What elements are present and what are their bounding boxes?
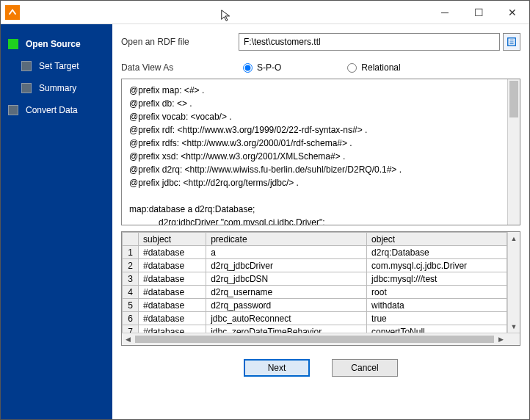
table-cell[interactable]: #database (139, 259, 206, 272)
table-cell[interactable]: com.mysql.cj.jdbc.Driver (367, 259, 507, 272)
table-cell[interactable]: #database (139, 312, 206, 325)
scroll-left-icon[interactable]: ◀ (122, 333, 134, 345)
radio-relational[interactable]: Relational (347, 62, 400, 73)
open-file-label: Open an RDF file (121, 37, 239, 47)
table-cell[interactable]: #database (139, 246, 206, 259)
radio-relational-input[interactable] (347, 63, 357, 73)
table-header-subject[interactable]: subject (139, 233, 206, 246)
titlebar: ─ ☐ ✕ (1, 1, 529, 24)
table-row[interactable]: 3#databased2rq_jdbcDSNjdbc:mysql:///test (123, 272, 507, 286)
table-horizontal-scrollbar[interactable]: ◀ ▶ (122, 333, 520, 345)
radio-spo-label: S-P-O (257, 62, 281, 73)
table-cell[interactable]: true (367, 312, 507, 325)
sidebar-item-convert-data[interactable]: Convert Data (1, 99, 112, 121)
rdf-text-area[interactable]: @prefix map: <#> . @prefix db: <> . @pre… (121, 79, 520, 225)
sidebar-item-label: Summary (39, 83, 76, 93)
table-row[interactable]: 2#databased2rq_jdbcDrivercom.mysql.cj.jd… (123, 259, 507, 272)
sidebar-item-open-source[interactable]: Open Source (1, 33, 112, 55)
close-button[interactable]: ✕ (495, 1, 529, 24)
table-cell[interactable]: d2rq:Database (367, 246, 507, 259)
data-view-label: Data View As (121, 62, 239, 73)
sidebar-item-set-target[interactable]: Set Target (1, 55, 112, 77)
table-cell[interactable]: #database (139, 272, 206, 286)
file-open-icon (507, 37, 517, 47)
table-header-object[interactable]: object (367, 233, 507, 246)
table-cell[interactable]: d2rq_password (206, 299, 367, 312)
table-header-corner[interactable] (123, 233, 139, 246)
table-cell[interactable]: 4 (123, 286, 139, 299)
radio-relational-label: Relational (361, 62, 400, 73)
radio-spo-input[interactable] (243, 63, 253, 73)
sidebar-item-summary[interactable]: Summary (1, 77, 112, 99)
app-icon (5, 5, 20, 20)
table-cell[interactable]: withdata (367, 299, 507, 312)
table-cell[interactable]: root (367, 286, 507, 299)
step-indicator-icon (8, 105, 18, 115)
step-indicator-icon (21, 61, 32, 71)
rdf-text-content: @prefix map: <#> . @prefix db: <> . @pre… (122, 79, 520, 225)
sidebar-item-label: Convert Data (26, 105, 78, 115)
data-table: subject predicate object 1#databasead2rq… (121, 231, 520, 346)
table-cell[interactable]: jdbc_autoReconnect (206, 312, 367, 325)
minimize-button[interactable]: ─ (428, 1, 462, 24)
table-row[interactable]: 1#databasead2rq:Database (123, 246, 507, 259)
table-header-predicate[interactable]: predicate (206, 233, 367, 246)
table-cell[interactable]: #database (139, 286, 206, 299)
table-row[interactable]: 6#databasejdbc_autoReconnecttrue (123, 312, 507, 325)
maximize-button[interactable]: ☐ (462, 1, 495, 24)
table-row[interactable]: 4#databased2rq_usernameroot (123, 286, 507, 299)
sidebar: Open Source Set Target Summary Convert D… (1, 24, 112, 419)
table-cell[interactable]: d2rq_jdbcDSN (206, 272, 367, 286)
sidebar-item-label: Open Source (26, 39, 81, 49)
table-cell[interactable]: d2rq_username (206, 286, 367, 299)
table-cell[interactable]: 5 (123, 299, 139, 312)
table-cell[interactable]: #database (139, 299, 206, 312)
table-cell[interactable]: jdbc:mysql:///test (367, 272, 507, 286)
table-cell[interactable]: d2rq_jdbcDriver (206, 259, 367, 272)
step-indicator-icon (8, 39, 18, 49)
table-row[interactable]: 5#databased2rq_passwordwithdata (123, 299, 507, 312)
table-cell[interactable]: a (206, 246, 367, 259)
file-path-input[interactable] (239, 33, 500, 51)
table-cell[interactable]: 3 (123, 272, 139, 286)
scroll-down-icon[interactable]: ▼ (508, 320, 520, 333)
sidebar-item-label: Set Target (39, 61, 79, 71)
table-cell[interactable]: 2 (123, 259, 139, 272)
cancel-button[interactable]: Cancel (332, 359, 398, 377)
browse-button[interactable] (503, 33, 520, 51)
textarea-scrollbar[interactable] (507, 79, 520, 225)
step-indicator-icon (21, 83, 32, 93)
next-button[interactable]: Next (244, 359, 310, 377)
table-cell[interactable]: 6 (123, 312, 139, 325)
table-header-row: subject predicate object (123, 233, 507, 246)
scroll-right-icon[interactable]: ▶ (495, 333, 507, 345)
radio-spo[interactable]: S-P-O (243, 62, 281, 73)
scroll-up-icon[interactable]: ▲ (508, 232, 520, 245)
table-vertical-scrollbar[interactable]: ▲ ▼ (507, 232, 520, 333)
table-cell[interactable]: 1 (123, 246, 139, 259)
main-panel: Open an RDF file Data View As S-P-O Rela… (112, 24, 529, 419)
